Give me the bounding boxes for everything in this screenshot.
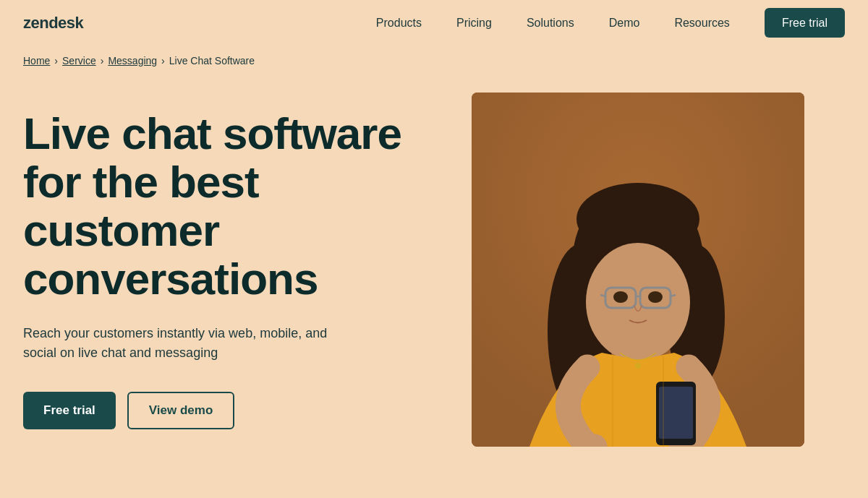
nav-links: Products Pricing Solutions Demo Resource… <box>376 17 845 30</box>
nav-item-demo[interactable]: Demo <box>609 17 640 30</box>
nav-link-demo[interactable]: Demo <box>609 17 640 29</box>
svg-rect-19 <box>659 387 693 439</box>
nav-link-resources[interactable]: Resources <box>674 17 729 29</box>
breadcrumb-messaging[interactable]: Messaging <box>108 55 157 66</box>
breadcrumb: Home › Service › Messaging › Live Chat S… <box>0 46 868 75</box>
hero-portrait-svg <box>472 93 804 447</box>
nav-free-trial-button[interactable]: Free trial <box>765 8 845 38</box>
svg-point-9 <box>586 243 690 361</box>
hero-buttons: Free trial View demo <box>23 392 443 429</box>
hero-title: Live chat software for the best customer… <box>23 110 443 304</box>
nav-cta-item[interactable]: Free trial <box>765 17 845 30</box>
navigation: zendesk Products Pricing Solutions Demo … <box>0 0 868 46</box>
hero-subtitle: Reach your customers instantly via web, … <box>23 324 356 363</box>
nav-item-products[interactable]: Products <box>376 17 422 30</box>
breadcrumb-current: Live Chat Software <box>169 55 255 66</box>
hero-view-demo-button[interactable]: View demo <box>127 392 235 429</box>
hero-free-trial-button[interactable]: Free trial <box>23 392 116 429</box>
breadcrumb-separator-1: › <box>54 55 58 66</box>
nav-link-products[interactable]: Products <box>376 17 422 29</box>
nav-item-pricing[interactable]: Pricing <box>456 17 492 30</box>
breadcrumb-service[interactable]: Service <box>62 55 96 66</box>
breadcrumb-separator-2: › <box>101 55 104 66</box>
hero-content: Live chat software for the best customer… <box>23 93 443 429</box>
breadcrumb-home[interactable]: Home <box>23 55 50 66</box>
nav-link-pricing[interactable]: Pricing <box>456 17 492 29</box>
nav-link-solutions[interactable]: Solutions <box>527 17 574 29</box>
nav-item-resources[interactable]: Resources <box>674 17 729 30</box>
hero-section: Live chat software for the best customer… <box>0 75 868 480</box>
svg-point-16 <box>648 291 663 303</box>
svg-point-15 <box>613 291 628 303</box>
hero-image <box>472 93 804 447</box>
logo[interactable]: zendesk <box>23 14 83 33</box>
svg-point-20 <box>635 363 641 369</box>
breadcrumb-separator-3: › <box>161 55 165 66</box>
nav-item-solutions[interactable]: Solutions <box>527 17 574 30</box>
